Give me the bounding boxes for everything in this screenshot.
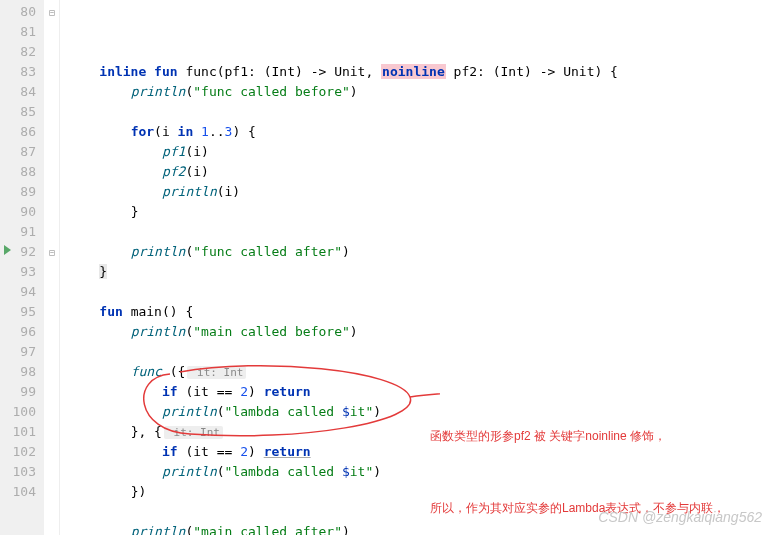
line-number: 81 xyxy=(6,22,36,42)
line-number: 87 xyxy=(6,142,36,162)
line-number: 99 xyxy=(6,382,36,402)
line-number-gutter: 8081828384858687888990919293949596979899… xyxy=(0,0,44,535)
line-number: 80 xyxy=(6,2,36,22)
code-line[interactable]: fun main() { xyxy=(68,302,778,322)
code-line[interactable]: println("main called before") xyxy=(68,322,778,342)
fold-column: ⊟⊟ xyxy=(44,0,60,535)
code-line[interactable] xyxy=(68,222,778,242)
line-number: 94 xyxy=(6,282,36,302)
line-number: 104 xyxy=(6,482,36,502)
line-number: 84 xyxy=(6,82,36,102)
fold-toggle-icon[interactable]: ⊟ xyxy=(47,247,57,257)
line-number: 100 xyxy=(6,402,36,422)
code-line[interactable] xyxy=(68,102,778,122)
line-number: 86 xyxy=(6,122,36,142)
code-line[interactable]: pf2(i) xyxy=(68,162,778,182)
line-number: 101 xyxy=(6,422,36,442)
line-number: 82 xyxy=(6,42,36,62)
line-number: 96 xyxy=(6,322,36,342)
line-number: 85 xyxy=(6,102,36,122)
line-number: 95 xyxy=(6,302,36,322)
code-line[interactable]: inline fun func(pf1: (Int) -> Unit, noin… xyxy=(68,62,778,82)
code-line[interactable]: println("func called before") xyxy=(68,82,778,102)
line-number: 90 xyxy=(6,202,36,222)
line-number: 83 xyxy=(6,62,36,82)
code-editor[interactable]: 8081828384858687888990919293949596979899… xyxy=(0,0,778,535)
run-icon[interactable] xyxy=(4,245,11,255)
code-line[interactable] xyxy=(68,342,778,362)
line-number: 97 xyxy=(6,342,36,362)
line-number: 89 xyxy=(6,182,36,202)
code-area[interactable]: inline fun func(pf1: (Int) -> Unit, noin… xyxy=(60,0,778,535)
annotation-line-1: 函数类型的形参pf2 被 关键字noinline 修饰， xyxy=(430,424,725,448)
code-line[interactable]: } xyxy=(68,262,778,282)
code-line[interactable]: println(i) xyxy=(68,182,778,202)
fold-toggle-icon[interactable]: ⊟ xyxy=(47,7,57,17)
code-line[interactable]: pf1(i) xyxy=(68,142,778,162)
line-number: 92 xyxy=(6,242,36,262)
line-number: 102 xyxy=(6,442,36,462)
watermark: CSDN @zengkaiqiang562 xyxy=(598,509,762,525)
line-number: 103 xyxy=(6,462,36,482)
line-number: 93 xyxy=(6,262,36,282)
code-line[interactable] xyxy=(68,282,778,302)
line-number: 91 xyxy=(6,222,36,242)
code-line[interactable]: for(i in 1..3) { xyxy=(68,122,778,142)
line-number: 88 xyxy=(6,162,36,182)
line-number: 98 xyxy=(6,362,36,382)
code-line[interactable]: println("func called after") xyxy=(68,242,778,262)
code-line[interactable]: } xyxy=(68,202,778,222)
